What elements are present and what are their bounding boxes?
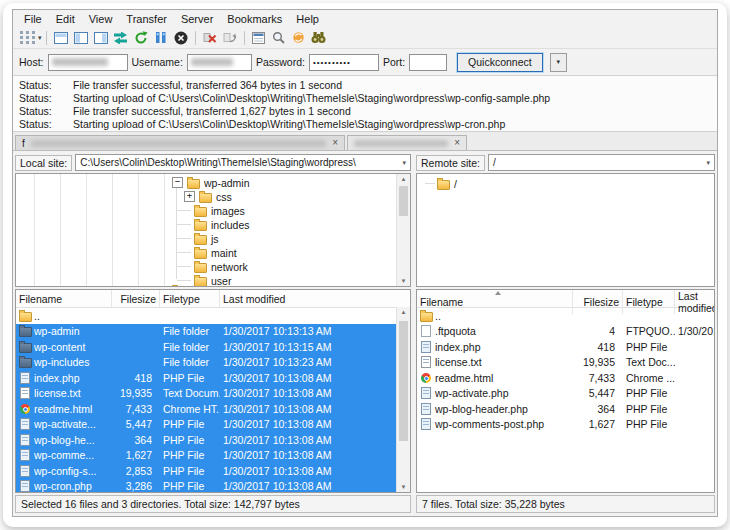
folder-icon bbox=[19, 327, 32, 337]
local-site-path-combobox[interactable]: C:\Users\Colin\Desktop\Writing\ThemeIsle… bbox=[75, 154, 411, 171]
site-manager-icon[interactable] bbox=[17, 29, 37, 47]
reconnect-icon[interactable] bbox=[220, 29, 240, 47]
username-input[interactable] bbox=[187, 54, 252, 71]
table-row[interactable]: license.txt19,935 Text Docum...1/30/2017… bbox=[16, 386, 410, 402]
local-directory-tree[interactable]: − wp-admin + css images includes bbox=[15, 173, 411, 287]
find-files-icon[interactable] bbox=[309, 29, 329, 47]
table-row[interactable]: wp-blog-he...364 PHP File1/30/2017 10:13… bbox=[16, 432, 410, 448]
cancel-operation-icon[interactable] bbox=[171, 29, 191, 47]
tree-node-js[interactable]: js bbox=[194, 232, 219, 245]
remote-file-list: Filename Filesize Filetype Last modified… bbox=[416, 289, 715, 493]
scroll-up-icon[interactable]: ▲ bbox=[397, 309, 410, 315]
host-label: Host: bbox=[19, 56, 44, 68]
tree-node-includes[interactable]: includes bbox=[194, 218, 250, 231]
tree-vertical-scrollbar[interactable]: ▲ ▼ bbox=[396, 174, 410, 286]
server-tab-active[interactable]: f × bbox=[15, 135, 345, 150]
menu-server[interactable]: Server bbox=[174, 13, 220, 25]
table-row[interactable]: wp-includes File folder1/30/2017 10:13:2… bbox=[16, 355, 410, 371]
scroll-down-icon[interactable]: ▼ bbox=[397, 484, 410, 490]
tree-node-wp-admin[interactable]: − wp-admin bbox=[172, 176, 250, 189]
refresh-icon[interactable] bbox=[131, 29, 151, 47]
list-vertical-scrollbar[interactable]: ▲ ▼ bbox=[396, 307, 410, 492]
toggle-local-tree-icon[interactable] bbox=[71, 29, 91, 47]
folder-icon bbox=[420, 312, 433, 322]
synchronized-browsing-icon[interactable] bbox=[289, 29, 309, 47]
table-row[interactable]: readme.html7,433 Chrome HT...1/30/2017 1… bbox=[16, 401, 410, 417]
quickconnect-dropdown-icon[interactable]: ▾ bbox=[550, 53, 567, 72]
password-input[interactable]: •••••••••• bbox=[309, 54, 379, 71]
directory-listing-filters-icon[interactable] bbox=[249, 29, 269, 47]
scrollbar-thumb[interactable] bbox=[399, 186, 408, 216]
table-row[interactable]: wp-comments-post.php1,627 PHP File bbox=[417, 417, 714, 433]
tree-node-user[interactable]: user bbox=[194, 274, 231, 287]
table-row[interactable]: wp-blog-header.php364 PHP File bbox=[417, 401, 714, 417]
directory-comparison-icon[interactable] bbox=[269, 29, 289, 47]
port-input[interactable] bbox=[409, 54, 447, 71]
menu-edit[interactable]: Edit bbox=[49, 13, 82, 25]
toolbar-separator bbox=[195, 31, 196, 45]
menu-help[interactable]: Help bbox=[289, 13, 326, 25]
table-row[interactable]: wp-comme...1,627 PHP File1/30/2017 10:13… bbox=[16, 448, 410, 464]
local-site-bar: Local site: C:\Users\Colin\Desktop\Writi… bbox=[15, 153, 411, 172]
combo-chevron-icon[interactable]: ▾ bbox=[702, 159, 710, 167]
menu-bookmarks[interactable]: Bookmarks bbox=[220, 13, 289, 25]
collapse-icon[interactable]: − bbox=[172, 177, 183, 188]
scrollbar-thumb[interactable] bbox=[399, 321, 408, 441]
tree-node-network[interactable]: network bbox=[194, 260, 248, 273]
tab-close-icon[interactable]: × bbox=[454, 138, 460, 148]
table-row[interactable]: .ftpquota4 FTPQUO...1/30/2017 1 bbox=[417, 324, 714, 340]
tree-line bbox=[177, 252, 191, 253]
tree-node-images[interactable]: images bbox=[194, 204, 245, 217]
menu-view[interactable]: View bbox=[82, 13, 120, 25]
folder-icon bbox=[194, 235, 207, 245]
tree-line bbox=[177, 238, 191, 239]
chrome-html-icon bbox=[421, 373, 431, 383]
table-row[interactable]: index.php418 PHP File bbox=[417, 339, 714, 355]
table-row[interactable]: license.txt19,935 Text Doc... bbox=[417, 355, 714, 371]
table-row[interactable]: wp-activate.php5,447 PHP File bbox=[417, 386, 714, 402]
table-row[interactable]: wp-cron.php3,286 PHP File1/30/2017 10:13… bbox=[16, 479, 410, 493]
table-row[interactable]: .. bbox=[417, 308, 714, 324]
table-row[interactable]: wp-activate...5,447 PHP File1/30/2017 10… bbox=[16, 417, 410, 433]
toggle-message-log-icon[interactable] bbox=[51, 29, 71, 47]
table-row[interactable]: index.php418 PHP File1/30/2017 10:13:08 … bbox=[16, 370, 410, 386]
menu-file[interactable]: File bbox=[17, 13, 49, 25]
tree-line bbox=[86, 174, 87, 286]
php-file-icon bbox=[20, 418, 30, 430]
table-row[interactable]: wp-config-s...2,853 PHP File1/30/2017 10… bbox=[16, 463, 410, 479]
combo-chevron-icon[interactable]: ▾ bbox=[398, 159, 406, 167]
header-filename[interactable]: Filename bbox=[16, 290, 112, 307]
folder-icon bbox=[19, 312, 32, 322]
header-last-modified[interactable]: Last modified bbox=[220, 290, 410, 307]
scroll-up-icon[interactable]: ▲ bbox=[397, 176, 410, 182]
tree-node-maint[interactable]: maint bbox=[194, 246, 237, 259]
disconnect-icon[interactable] bbox=[200, 29, 220, 47]
tab-label: f bbox=[22, 138, 25, 149]
table-row[interactable]: wp-admin File folder1/30/2017 10:13:13 A… bbox=[16, 324, 410, 340]
tree-node-css[interactable]: + css bbox=[184, 190, 232, 203]
table-row[interactable]: .. bbox=[16, 308, 410, 324]
expand-icon[interactable]: + bbox=[184, 191, 195, 202]
header-filetype[interactable]: Filetype bbox=[160, 290, 220, 307]
host-input[interactable] bbox=[48, 54, 128, 71]
tree-node-root[interactable]: / bbox=[437, 177, 457, 190]
remote-site-path-combobox[interactable]: / ▾ bbox=[488, 154, 715, 171]
scroll-down-icon[interactable]: ▼ bbox=[397, 278, 410, 284]
toggle-remote-tree-icon[interactable] bbox=[91, 29, 111, 47]
table-row[interactable]: wp-content File folder1/30/2017 10:13:15… bbox=[16, 339, 410, 355]
tab-close-icon[interactable]: × bbox=[332, 138, 338, 148]
quickconnect-button[interactable]: Quickconnect bbox=[457, 53, 543, 72]
filezilla-window: File Edit View Transfer Server Bookmarks… bbox=[12, 9, 718, 517]
table-row[interactable]: readme.html7,433 Chrome ... bbox=[417, 370, 714, 386]
server-tab-inactive[interactable]: × bbox=[347, 135, 467, 150]
process-queue-icon[interactable] bbox=[151, 29, 171, 47]
remote-directory-tree[interactable]: / bbox=[416, 173, 715, 287]
local-pane: Local site: C:\Users\Colin\Desktop\Writi… bbox=[15, 153, 411, 513]
menu-transfer[interactable]: Transfer bbox=[119, 13, 174, 25]
main-panes: Local site: C:\Users\Colin\Desktop\Writi… bbox=[13, 151, 717, 516]
header-filesize[interactable]: Filesize bbox=[112, 290, 160, 307]
site-manager-dropdown-icon[interactable]: ▾ bbox=[38, 34, 42, 42]
sort-ascending-icon bbox=[495, 291, 501, 295]
log-line: Status:File transfer successful, transfe… bbox=[19, 79, 711, 92]
toggle-transfer-queue-icon[interactable] bbox=[111, 29, 131, 47]
